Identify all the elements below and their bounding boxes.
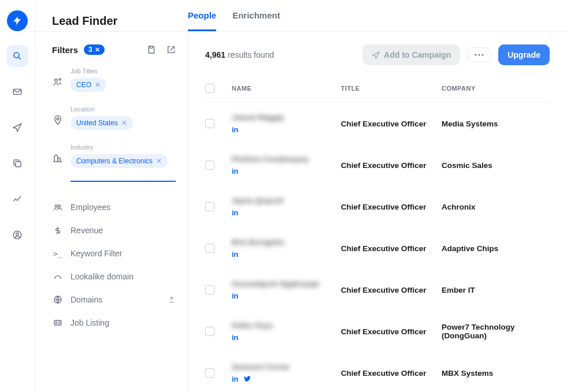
table-row: Kdlen Xnyuin Chief Executive Officer Pow… bbox=[205, 311, 550, 352]
nav-mail[interactable] bbox=[6, 81, 28, 103]
save-filters-button[interactable] bbox=[147, 45, 156, 54]
remove-chip-icon[interactable]: ✕ bbox=[121, 119, 127, 127]
mail-icon bbox=[12, 87, 23, 97]
linkedin-icon[interactable]: in bbox=[232, 167, 239, 176]
people-icon bbox=[52, 203, 64, 212]
row-checkbox[interactable] bbox=[205, 327, 214, 336]
table-row: Brts Buragefrein Chief Executive Officer… bbox=[205, 227, 550, 269]
nav-account[interactable] bbox=[6, 224, 28, 246]
chart-icon bbox=[12, 194, 23, 204]
table-row: Alpria Qmjusflin Chief Executive Officer… bbox=[205, 186, 550, 227]
lead-name: Brts Buragefre bbox=[232, 238, 332, 247]
svg-point-5 bbox=[55, 79, 58, 82]
filters-count-badge[interactable]: 3 ✕ bbox=[84, 44, 105, 55]
filter-chip[interactable]: United States✕ bbox=[71, 116, 133, 130]
linkedin-icon[interactable]: in bbox=[232, 125, 239, 134]
lead-name: Kdlen Xnyu bbox=[232, 321, 332, 330]
svg-point-4 bbox=[16, 233, 18, 236]
lead-name: Ousoedqush Ngqfreyapi bbox=[232, 279, 332, 288]
lead-title: Chief Executive Officer bbox=[341, 286, 432, 294]
filter-industry[interactable]: Industry Computers & Electronics✕ bbox=[52, 144, 176, 182]
row-checkbox[interactable] bbox=[205, 244, 214, 253]
app-logo[interactable] bbox=[7, 10, 28, 31]
lead-name: Alpria Qmjusfl bbox=[232, 196, 332, 205]
svg-point-14 bbox=[479, 54, 480, 56]
svg-point-15 bbox=[482, 54, 484, 56]
filter-chip[interactable]: Computers & Electronics✕ bbox=[71, 154, 168, 168]
arc-icon bbox=[52, 272, 64, 281]
linkedin-icon[interactable]: in bbox=[232, 208, 239, 217]
available-filters: Employees Revenue >_ Keyword Filter Look… bbox=[52, 196, 176, 334]
linkedin-icon[interactable]: in bbox=[232, 375, 239, 383]
filter-row-label: Revenue bbox=[71, 226, 103, 235]
svg-point-12 bbox=[55, 322, 57, 324]
results-count: 4,961 results found bbox=[205, 50, 274, 59]
linkedin-icon[interactable]: in bbox=[232, 292, 239, 300]
lead-company: Cosmic Sales bbox=[442, 161, 550, 170]
page-title: Lead Finder bbox=[52, 14, 188, 28]
topbar: Lead Finder PeopleEnrichment bbox=[35, 0, 567, 32]
svg-point-13 bbox=[475, 54, 477, 56]
external-icon bbox=[166, 45, 176, 54]
lead-company: Power7 Technology (DongGuan) bbox=[442, 323, 550, 340]
filter-row-lookalike-domain[interactable]: Lookalike domain bbox=[52, 265, 176, 288]
tab-people[interactable]: People bbox=[188, 10, 216, 31]
upload-icon[interactable] bbox=[168, 296, 176, 304]
svg-point-6 bbox=[59, 79, 61, 80]
filter-location[interactable]: Location United States✕ bbox=[52, 106, 176, 130]
dots-icon bbox=[475, 54, 484, 56]
filters-sidebar: Filters 3 ✕ Job Titl bbox=[35, 32, 188, 392]
open-filters-button[interactable] bbox=[166, 45, 176, 54]
lead-title: Chief Executive Officer bbox=[341, 369, 432, 378]
lead-title: Chief Executive Officer bbox=[341, 120, 432, 128]
lead-title: Chief Executive Officer bbox=[341, 203, 432, 211]
more-actions-button[interactable] bbox=[467, 47, 491, 62]
remove-chip-icon[interactable]: ✕ bbox=[95, 81, 101, 89]
col-company: COMPANY bbox=[442, 85, 550, 92]
filter-row-label: Job Listing bbox=[71, 318, 109, 327]
filter-chip[interactable]: CEO✕ bbox=[71, 78, 106, 92]
filter-job-titles[interactable]: Job Titles CEO✕ bbox=[52, 68, 176, 92]
filter-row-job-listing[interactable]: Job Listing bbox=[52, 311, 176, 334]
lead-title: Chief Executive Officer bbox=[341, 244, 432, 253]
row-checkbox[interactable] bbox=[205, 285, 214, 294]
col-name: NAME bbox=[232, 85, 332, 92]
filter-label: Location bbox=[71, 106, 176, 113]
row-checkbox[interactable] bbox=[205, 368, 214, 378]
user-circle-icon bbox=[12, 230, 23, 240]
remove-chip-icon[interactable]: ✕ bbox=[156, 157, 162, 165]
lead-name: Plcktmo Cosqheopoy bbox=[232, 155, 332, 163]
table-row: Ousoedqush Ngqfreyapiin Chief Executive … bbox=[205, 269, 550, 311]
svg-point-8 bbox=[55, 205, 57, 207]
tab-enrichment[interactable]: Enrichment bbox=[232, 10, 280, 31]
filter-row-label: Domains bbox=[71, 295, 102, 304]
save-icon bbox=[147, 45, 156, 54]
nav-analytics[interactable] bbox=[6, 188, 28, 210]
linkedin-icon[interactable]: in bbox=[232, 250, 239, 259]
row-checkbox[interactable] bbox=[205, 119, 214, 128]
globe-icon bbox=[52, 295, 64, 304]
search-icon bbox=[12, 51, 23, 61]
twitter-icon[interactable] bbox=[243, 375, 251, 383]
prompt-icon: >_ bbox=[52, 249, 64, 258]
nav-search[interactable] bbox=[6, 45, 28, 67]
clear-filters-icon[interactable]: ✕ bbox=[95, 46, 100, 54]
filter-icon bbox=[52, 144, 64, 182]
filter-row-revenue[interactable]: Revenue bbox=[52, 219, 176, 242]
lead-title: Chief Executive Officer bbox=[341, 161, 432, 170]
lead-name: Jolomi Rdggkj bbox=[232, 113, 332, 122]
filter-row-employees[interactable]: Employees bbox=[52, 196, 176, 219]
add-to-campaign-button[interactable]: Add to Campaign bbox=[362, 44, 460, 65]
row-checkbox[interactable] bbox=[205, 160, 214, 170]
upgrade-button[interactable]: Upgrade bbox=[498, 44, 550, 65]
filter-row-keyword-filter[interactable]: >_ Keyword Filter bbox=[52, 242, 176, 265]
linkedin-icon[interactable]: in bbox=[232, 333, 239, 342]
svg-point-0 bbox=[14, 53, 19, 58]
row-checkbox[interactable] bbox=[205, 202, 214, 211]
filter-row-domains[interactable]: Domains bbox=[52, 288, 176, 311]
nav-send[interactable] bbox=[6, 117, 28, 139]
lead-company: Adaptive Chips bbox=[442, 244, 550, 253]
select-all-checkbox[interactable] bbox=[205, 84, 214, 93]
nav-copy[interactable] bbox=[6, 152, 28, 174]
results-table: NAME TITLE COMPANY Jolomi Rdggkjin Chief… bbox=[188, 78, 567, 392]
